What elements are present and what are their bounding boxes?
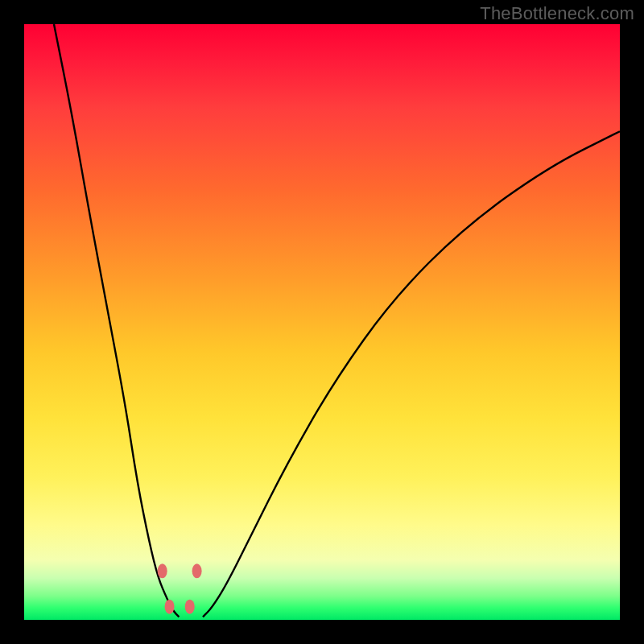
curve-layer xyxy=(24,24,620,620)
watermark-text: TheBottleneck.com xyxy=(480,3,634,24)
marker-dot xyxy=(165,600,175,614)
floor-markers xyxy=(158,564,202,613)
right-curve xyxy=(203,131,620,617)
marker-dot xyxy=(185,600,195,614)
marker-dot xyxy=(192,564,202,578)
left-curve xyxy=(54,24,179,617)
chart-frame: TheBottleneck.com xyxy=(0,0,644,644)
plot-area xyxy=(24,24,620,620)
marker-dot xyxy=(158,564,167,578)
